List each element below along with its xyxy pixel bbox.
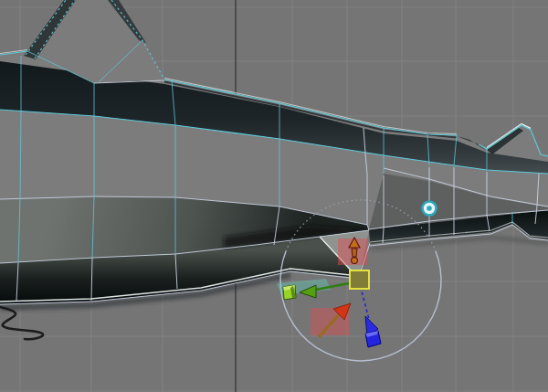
gizmo-axis-y-handle[interactable] xyxy=(338,238,367,265)
selected-vertex-handle[interactable] xyxy=(350,270,369,289)
gizmo-y-shaft xyxy=(352,249,357,257)
gizmo-x-end-cube[interactable] xyxy=(283,285,296,300)
action-center-icon[interactable] xyxy=(423,202,437,216)
action-center-dot xyxy=(427,206,432,211)
viewport-canvas[interactable] xyxy=(0,0,548,392)
gizmo-y-ball xyxy=(352,258,358,264)
gizmo-hot-axis-arrow[interactable] xyxy=(311,303,351,337)
viewport-3d[interactable] xyxy=(0,0,548,392)
